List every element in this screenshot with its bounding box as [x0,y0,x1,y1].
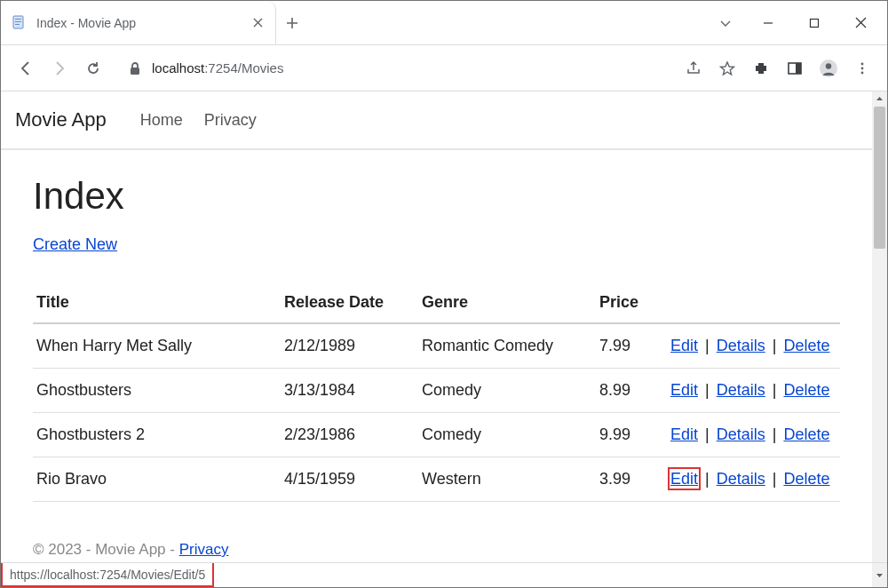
bookmark-icon[interactable] [711,52,743,84]
svg-point-12 [861,71,864,74]
profile-icon[interactable] [813,52,844,84]
close-window-button[interactable] [837,2,884,44]
edit-link[interactable]: Edit [670,337,698,354]
svg-rect-7 [796,63,801,74]
svg-point-9 [826,63,831,68]
reload-button[interactable] [77,52,109,84]
delete-link[interactable]: Delete [783,381,829,399]
forward-button[interactable] [44,52,75,84]
cell-price: 3.99 [596,457,667,502]
browser-toolbar: localhost:7254/Movies [1,45,887,91]
delete-link[interactable]: Delete [783,425,829,443]
edit-link[interactable]: Edit [670,381,698,399]
svg-point-10 [861,62,864,65]
hover-url: https://localhost:7254/Movies/Edit/5 [1,563,214,587]
col-genre: Genre [418,284,596,323]
cell-genre: Western [418,457,596,502]
table-row: Ghostbusters3/13/1984Comedy8.99Edit | De… [33,369,840,413]
minimize-button[interactable] [745,2,791,44]
back-button[interactable] [10,52,42,84]
svg-point-11 [861,67,864,69]
delete-link[interactable]: Delete [783,470,829,488]
cell-title: Ghostbusters 2 [33,413,281,457]
footer-privacy-link[interactable]: Privacy [179,541,229,558]
cell-price: 8.99 [596,369,667,413]
cell-title: Rio Bravo [33,457,281,502]
details-link[interactable]: Details [717,337,765,354]
col-price: Price [596,284,667,323]
cell-genre: Comedy [418,413,596,457]
new-tab-button[interactable] [276,1,308,44]
window-titlebar: Index - Movie App [1,1,887,45]
close-tab-icon[interactable] [250,16,265,30]
address-bar[interactable]: localhost:7254/Movies [116,54,670,83]
details-link[interactable]: Details [717,381,765,399]
cell-release-date: 3/13/1984 [281,369,418,413]
scroll-down-icon[interactable] [872,563,887,587]
svg-rect-4 [811,19,819,27]
page-footer: © 2023 - Movie App - Privacy [33,541,840,559]
tab-title: Index - Movie App [36,16,250,30]
details-link[interactable]: Details [717,425,765,443]
cell-release-date: 2/12/1989 [281,323,418,369]
cell-actions: Edit | Details | Delete [667,457,840,502]
edit-link[interactable]: Edit [670,470,698,488]
nav-privacy[interactable]: Privacy [204,111,257,130]
table-row: When Harry Met Sally2/12/1989Romantic Co… [33,323,840,369]
browser-statusbar: https://localhost:7254/Movies/Edit/5 [1,562,887,587]
side-panel-icon[interactable] [779,52,811,84]
table-row: Ghostbusters 22/23/1986Comedy9.99Edit | … [33,413,840,457]
col-actions [667,284,840,323]
share-icon[interactable] [678,52,710,84]
scrollbar-thumb[interactable] [874,107,885,249]
chevron-down-icon[interactable] [706,2,745,44]
cell-price: 9.99 [596,413,667,457]
col-title: Title [33,284,281,323]
movies-table: Title Release Date Genre Price When Harr… [33,284,840,502]
svg-rect-2 [15,21,21,22]
col-release-date: Release Date [281,284,418,323]
cell-release-date: 2/23/1986 [281,413,418,457]
url-path: /Movies [238,60,284,75]
brand-link[interactable]: Movie App [15,108,107,131]
nav-home[interactable]: Home [140,111,183,130]
cell-title: Ghostbusters [33,369,281,413]
cell-title: When Harry Met Sally [33,323,281,369]
lock-icon [129,61,141,75]
cell-genre: Romantic Comedy [418,323,596,369]
page-viewport: Movie App Home Privacy Index Create New … [1,91,872,562]
svg-rect-1 [15,19,21,20]
cell-actions: Edit | Details | Delete [667,323,840,369]
scroll-up-icon[interactable] [872,91,887,107]
edit-link[interactable]: Edit [670,425,698,443]
url-host: localhost [152,60,204,75]
create-new-link[interactable]: Create New [33,235,117,253]
vertical-scrollbar[interactable] [872,91,887,562]
delete-link[interactable]: Delete [783,337,829,354]
url-port: :7254 [204,60,238,75]
cell-release-date: 4/15/1959 [281,457,418,502]
page-title: Index [33,175,840,218]
browser-tab[interactable]: Index - Movie App [1,1,276,44]
footer-text: © 2023 - Movie App - [33,541,179,558]
extensions-icon[interactable] [745,52,777,84]
cell-actions: Edit | Details | Delete [667,413,840,457]
maximize-button[interactable] [791,2,837,44]
site-navbar: Movie App Home Privacy [1,91,872,150]
window-controls [706,1,887,44]
cell-genre: Comedy [418,369,596,413]
table-row: Rio Bravo4/15/1959Western3.99Edit | Deta… [33,457,840,502]
cell-price: 7.99 [596,323,667,369]
svg-rect-5 [131,68,139,75]
details-link[interactable]: Details [717,470,765,488]
svg-rect-3 [15,24,20,25]
page-icon [12,15,28,31]
cell-actions: Edit | Details | Delete [667,369,840,413]
kebab-menu-icon[interactable] [846,52,878,84]
